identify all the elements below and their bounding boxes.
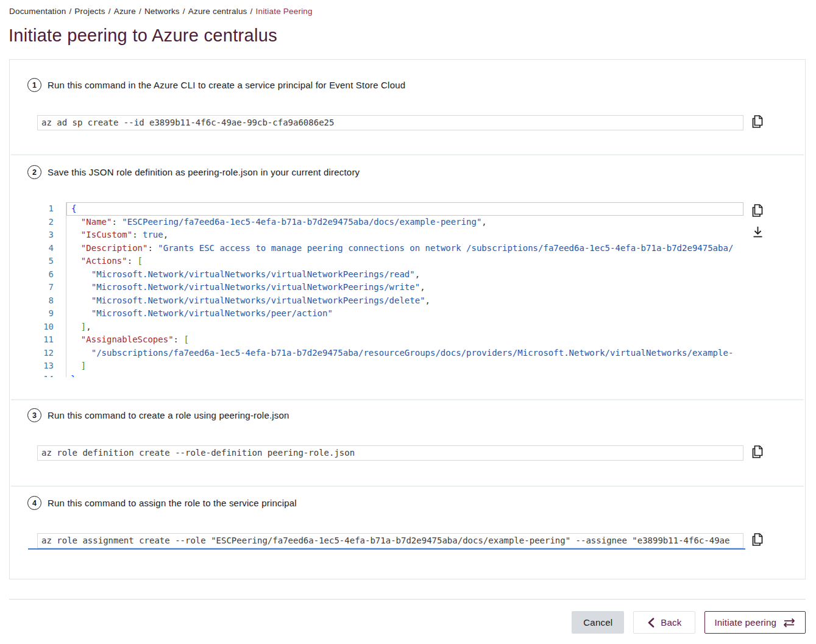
editor-line-13: 13 ]: [37, 359, 743, 373]
breadcrumb-separator: /: [69, 7, 71, 16]
line-number: 12: [37, 347, 66, 360]
step-4-label: Run this command to assign the role to t…: [48, 498, 297, 508]
editor-line-6: 6 "Microsoft.Network/virtualNetworks/vir…: [37, 268, 743, 281]
footer-actions: Cancel Back Initiate peering: [572, 611, 806, 634]
breadcrumb-item[interactable]: Documentation: [9, 7, 66, 16]
step-2-download-button[interactable]: [750, 225, 765, 239]
editor-line-14: 14}: [37, 373, 743, 378]
line-number: 13: [37, 359, 66, 373]
editor-line-3: 3 "IsCustom": true,: [37, 228, 743, 242]
line-number: 2: [37, 216, 66, 229]
editor-line-11: 11 "AssignableScopes": [: [37, 333, 743, 347]
step-1-number: 1: [32, 81, 37, 90]
copy-icon: [751, 451, 764, 461]
code-line: "Actions": [: [66, 255, 743, 268]
step-1-badge: 1: [27, 78, 41, 92]
line-number: 4: [37, 242, 66, 255]
swap-arrows-icon: [782, 617, 796, 629]
breadcrumb-separator: /: [250, 7, 253, 16]
breadcrumb-separator: /: [139, 7, 141, 16]
line-number: 8: [37, 294, 66, 308]
line-number: 1: [37, 202, 66, 216]
editor-line-5: 5 "Actions": [: [37, 255, 743, 268]
code-line: {: [66, 202, 743, 216]
editor-line-8: 8 "Microsoft.Network/virtualNetworks/vir…: [37, 294, 743, 308]
code-line: "Microsoft.Network/virtualNetworks/virtu…: [66, 268, 743, 281]
line-number: 7: [37, 281, 66, 294]
line-number: 14: [37, 373, 66, 378]
breadcrumb-item[interactable]: Projects: [74, 7, 105, 16]
line-number: 6: [37, 268, 66, 281]
code-line: ],: [66, 320, 743, 334]
step-2-label: Save this JSON role definition as peerin…: [48, 167, 360, 177]
editor-line-1: 1{: [37, 202, 743, 216]
cancel-button-label: Cancel: [583, 617, 612, 628]
step-1-label: Run this command in the Azure CLI to cre…: [48, 80, 405, 90]
back-button[interactable]: Back: [633, 611, 695, 634]
initiate-peering-button[interactable]: Initiate peering: [704, 611, 806, 634]
breadcrumb-separator: /: [183, 7, 185, 16]
step-2-number: 2: [32, 168, 37, 177]
step-2-copy-button[interactable]: [750, 203, 765, 218]
copy-icon: [751, 210, 764, 219]
copy-icon: [751, 121, 764, 130]
breadcrumb-item[interactable]: Azure: [114, 7, 136, 16]
back-button-label: Back: [661, 617, 681, 628]
editor-line-7: 7 "Microsoft.Network/virtualNetworks/vir…: [37, 281, 743, 294]
step-1-command-box[interactable]: az ad sp create --id e3899b11-4f6c-49ae-…: [37, 115, 743, 130]
code-line: "Microsoft.Network/virtualNetworks/virtu…: [66, 281, 743, 294]
code-line: "IsCustom": true,: [66, 228, 743, 242]
code-line: "Microsoft.Network/virtualNetworks/peer/…: [66, 307, 743, 320]
step-2-badge: 2: [27, 165, 41, 179]
editor-line-4: 4 "Description": "Grants ESC access to m…: [37, 242, 743, 255]
editor-line-12: 12 "/subscriptions/fa7eed6a-1ec5-4efa-b7…: [37, 347, 743, 360]
download-icon: [751, 232, 765, 241]
step-1-copy-button[interactable]: [750, 115, 765, 129]
divider-step-3-4: [11, 486, 804, 487]
json-role-editor[interactable]: 1{2 "Name": "ESCPeering/fa7eed6a-1ec5-4e…: [37, 202, 743, 377]
code-line: "Description": "Grants ESC access to man…: [66, 242, 743, 255]
editor-line-10: 10 ],: [37, 320, 743, 334]
code-line: "AssignableScopes": [: [66, 333, 743, 347]
step-3-number: 3: [32, 411, 37, 420]
step-4-command: az role assignment create --role "ESCPee…: [38, 534, 743, 548]
copy-icon: [751, 539, 764, 548]
code-line: ]: [66, 359, 743, 373]
breadcrumb-current: Initiate Peering: [256, 7, 313, 16]
line-number: 11: [37, 333, 66, 347]
breadcrumb-item[interactable]: Networks: [144, 7, 180, 16]
breadcrumb-separator: /: [108, 7, 111, 16]
editor-line-2: 2 "Name": "ESCPeering/fa7eed6a-1ec5-4efa…: [37, 216, 743, 229]
step-3-badge: 3: [27, 408, 41, 422]
footer-divider: [9, 599, 806, 600]
divider-step-2-3: [11, 399, 804, 400]
page-title: Initiate peering to Azure centralus: [9, 26, 277, 46]
line-number: 9: [37, 307, 66, 320]
step-3-command: az role definition create --role-definit…: [38, 446, 743, 460]
code-line: "/subscriptions/fa7eed6a-1ec5-4efa-b71a-…: [66, 347, 743, 360]
step-3-command-box[interactable]: az role definition create --role-definit…: [37, 445, 743, 461]
line-number: 10: [37, 320, 66, 334]
step-4-copy-button[interactable]: [750, 533, 765, 547]
code-line: "Name": "ESCPeering/fa7eed6a-1ec5-4efa-b…: [66, 216, 743, 229]
step-4-number: 4: [32, 499, 37, 508]
line-number: 3: [37, 228, 66, 242]
step-4-badge: 4: [27, 496, 41, 510]
chevron-left-icon: [647, 618, 655, 628]
editor-line-9: 9 "Microsoft.Network/virtualNetworks/pee…: [37, 307, 743, 320]
step-1-command: az ad sp create --id e3899b11-4f6c-49ae-…: [38, 116, 743, 130]
breadcrumb: Documentation/Projects/Azure/Networks/Az…: [9, 7, 313, 16]
step-3-copy-button[interactable]: [750, 445, 765, 459]
breadcrumb-item[interactable]: Azure centralus: [188, 7, 247, 16]
code-line: }: [66, 373, 743, 378]
step-4-command-box[interactable]: az role assignment create --role "ESCPee…: [37, 533, 743, 548]
step-3-label: Run this command to create a role using …: [48, 410, 289, 420]
divider-step-1-2: [11, 154, 804, 155]
line-number: 5: [37, 255, 66, 268]
horizontal-scrollbar[interactable]: [28, 548, 745, 550]
cancel-button[interactable]: Cancel: [572, 611, 624, 634]
code-line: "Microsoft.Network/virtualNetworks/virtu…: [66, 294, 743, 308]
wizard-card: 1 Run this command in the Azure CLI to c…: [9, 59, 806, 579]
initiate-peering-button-label: Initiate peering: [714, 617, 776, 628]
